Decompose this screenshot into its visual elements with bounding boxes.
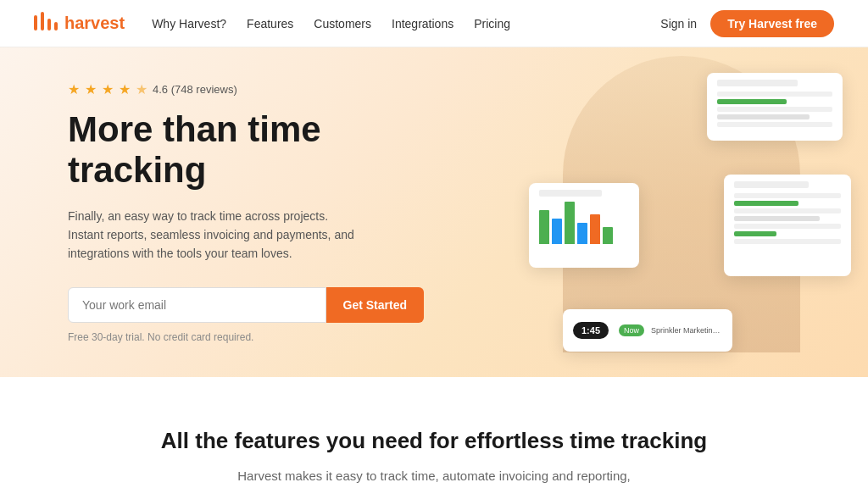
try-harvest-button[interactable]: Try Harvest free <box>710 10 834 37</box>
hero-section: ★ ★ ★ ★ ★ 4.6 (748 reviews) More than ti… <box>0 47 868 377</box>
nav-why-harvest[interactable]: Why Harvest? <box>152 17 226 30</box>
mockup-card-mid-left <box>529 183 639 268</box>
sign-in-link[interactable]: Sign in <box>660 17 697 30</box>
hero-title: More than time tracking <box>68 109 424 191</box>
svg-rect-2 <box>47 19 51 30</box>
nav-links: Why Harvest? Features Customers Integrat… <box>152 17 510 30</box>
rating-text: 4.6 (748 reviews) <box>153 83 237 96</box>
trial-note: Free 30-day trial. No credit card requir… <box>68 331 424 343</box>
get-started-button[interactable]: Get Started <box>326 287 424 323</box>
features-title: All the features you need for effortless… <box>34 428 834 454</box>
email-form: Get Started <box>68 287 424 323</box>
svg-rect-3 <box>54 22 58 30</box>
star-5-half: ★ <box>136 81 147 97</box>
star-4: ★ <box>119 81 131 97</box>
star-1: ★ <box>68 81 80 97</box>
nav-right: Sign in Try Harvest free <box>660 10 834 37</box>
timer-project-label: Sprinkler Marketing… <box>651 326 722 335</box>
svg-rect-1 <box>41 12 44 30</box>
hero-visual: 1:45 Now Sprinkler Marketing… <box>393 47 868 377</box>
mockup-card-top <box>707 73 843 141</box>
logo[interactable]: harvest <box>34 12 125 36</box>
hero-content: ★ ★ ★ ★ ★ 4.6 (748 reviews) More than ti… <box>68 81 424 343</box>
rating-stars: ★ ★ ★ ★ ★ 4.6 (748 reviews) <box>68 81 424 97</box>
logo-text: harvest <box>64 14 125 33</box>
hero-description: Finally, an easy way to track time acros… <box>68 207 356 263</box>
features-section: All the features you need for effortless… <box>0 377 868 488</box>
svg-rect-0 <box>34 15 37 30</box>
email-input[interactable] <box>68 287 326 323</box>
nav-pricing[interactable]: Pricing <box>474 17 510 30</box>
logo-icon <box>34 12 58 36</box>
mockup-card-mid-right <box>724 175 851 276</box>
timer-display: 1:45 <box>573 322 609 339</box>
now-badge: Now <box>619 324 644 336</box>
features-description: Harvest makes it easy to track time, aut… <box>34 466 834 488</box>
mockup-timer-card: 1:45 Now Sprinkler Marketing… <box>563 309 732 352</box>
navbar: harvest Why Harvest? Features Customers … <box>0 0 868 47</box>
nav-features[interactable]: Features <box>247 17 293 30</box>
star-3: ★ <box>102 81 114 97</box>
nav-customers[interactable]: Customers <box>314 17 371 30</box>
star-2: ★ <box>85 81 97 97</box>
nav-integrations[interactable]: Integrations <box>392 17 453 30</box>
